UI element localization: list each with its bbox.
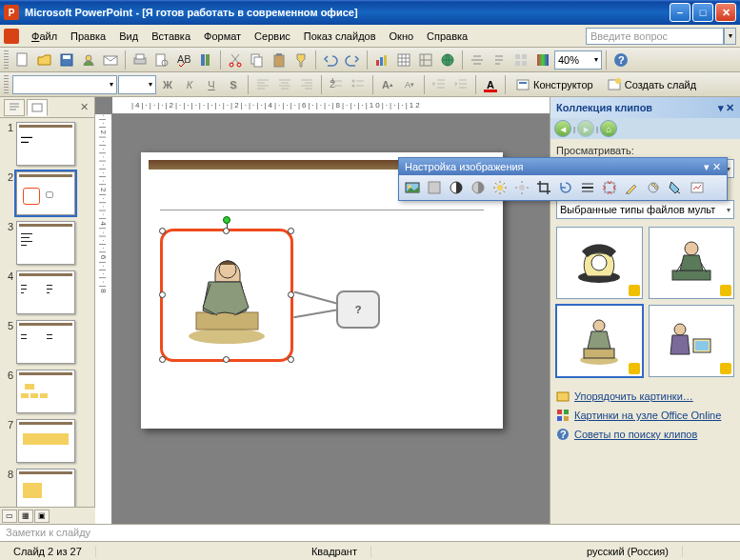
menu-view[interactable]: Вид: [112, 28, 145, 45]
save-button[interactable]: [56, 50, 77, 70]
redo-button[interactable]: [342, 50, 363, 70]
ask-question-input[interactable]: Введите вопрос: [586, 28, 724, 45]
slides-tab[interactable]: [27, 99, 48, 116]
copy-button[interactable]: [247, 50, 268, 70]
decrease-font-button[interactable]: A▾: [399, 74, 420, 95]
font-size-combo[interactable]: ▾: [118, 75, 156, 94]
email-button[interactable]: [100, 50, 121, 70]
open-button[interactable]: [34, 50, 55, 70]
cut-button[interactable]: [225, 50, 246, 70]
spelling-button[interactable]: ABC: [173, 50, 194, 70]
organize-clips-link[interactable]: Упорядочить картинки…: [556, 387, 734, 406]
more-contrast-button[interactable]: [446, 177, 467, 198]
preview-button[interactable]: [151, 50, 172, 70]
permission-button[interactable]: [78, 50, 99, 70]
help-button[interactable]: ?: [610, 50, 631, 70]
hyperlink-button[interactable]: [437, 50, 458, 70]
selected-clipart[interactable]: [160, 229, 293, 362]
bold-button[interactable]: Ж: [157, 74, 178, 95]
chart-button[interactable]: [371, 50, 392, 70]
resize-handle-s[interactable]: [223, 356, 230, 363]
taskpane-close-button[interactable]: ✕: [726, 102, 734, 114]
nav-back-button[interactable]: ◂: [554, 120, 571, 137]
thumbnails-list[interactable]: 1▬▬▬▬▬ 2 3▬▬▬▬▬▬▬▬▬▬▬▬▬ 4▬▬▬▬▬▬▬▬▬▬ 5▬▬▬…: [0, 118, 94, 524]
clip-result-4[interactable]: [649, 305, 735, 377]
thumbnail-6[interactable]: [16, 370, 75, 413]
line-style-button[interactable]: [577, 177, 598, 198]
less-contrast-button[interactable]: [468, 177, 489, 198]
numbering-button[interactable]: 12: [326, 74, 347, 95]
thumbnail-1[interactable]: ▬▬▬▬▬: [16, 122, 75, 166]
nav-forward-button[interactable]: ▸: [577, 120, 594, 137]
toolbar-grip[interactable]: [4, 75, 9, 94]
menu-window[interactable]: Окно: [383, 28, 421, 45]
thumbnail-2[interactable]: [16, 171, 75, 215]
format-painter-button[interactable]: [290, 50, 311, 70]
recolor-button[interactable]: [621, 177, 642, 198]
align-center-button[interactable]: [274, 74, 295, 95]
shadow-button[interactable]: S: [223, 74, 244, 95]
resize-handle-w[interactable]: [159, 291, 166, 298]
clip-result-1[interactable]: [556, 227, 643, 299]
notes-pane[interactable]: Заметки к слайду: [0, 524, 740, 541]
zoom-combo[interactable]: 40%▾: [554, 50, 602, 70]
compress-button[interactable]: [599, 177, 620, 198]
thumbnail-7[interactable]: [16, 419, 75, 463]
menu-help[interactable]: Справка: [420, 28, 474, 45]
office-online-link[interactable]: Картинки на узле Office Online: [556, 406, 734, 425]
show-formatting-button[interactable]: [489, 50, 510, 70]
thumbnail-3[interactable]: ▬▬▬▬▬▬▬▬▬▬▬▬▬: [16, 221, 75, 265]
color-button[interactable]: [424, 177, 445, 198]
underline-button[interactable]: Ч: [201, 74, 222, 95]
menu-format[interactable]: Формат: [197, 28, 248, 45]
new-button[interactable]: [12, 50, 33, 70]
menu-edit[interactable]: Правка: [64, 28, 112, 45]
design-button[interactable]: Конструктор: [510, 74, 600, 95]
reset-picture-button[interactable]: [687, 177, 708, 198]
ask-question-dropdown[interactable]: ▾: [724, 28, 736, 45]
expand-button[interactable]: [467, 50, 488, 70]
clip-result-3[interactable]: [556, 305, 643, 377]
tables-borders-button[interactable]: [415, 50, 436, 70]
less-brightness-button[interactable]: [511, 177, 532, 198]
toolbar-grip[interactable]: [4, 50, 9, 70]
new-slide-button[interactable]: Создать слайд: [601, 74, 703, 95]
picture-toolbar[interactable]: Настройка изображения▾ ✕: [398, 157, 728, 201]
table-button[interactable]: [393, 50, 414, 70]
menu-file[interactable]: Файл: [25, 28, 64, 45]
search-select[interactable]: Выбранные типы файлов мульт▾: [556, 200, 734, 219]
callout-shape[interactable]: ?: [336, 290, 380, 329]
resize-handle-n[interactable]: [223, 228, 230, 234]
pane-close-button[interactable]: ✕: [77, 101, 90, 113]
menu-tools[interactable]: Сервис: [248, 28, 297, 45]
rotation-handle[interactable]: [223, 216, 230, 224]
undo-button[interactable]: [320, 50, 341, 70]
research-button[interactable]: [195, 50, 216, 70]
font-combo[interactable]: ▾: [12, 75, 117, 94]
maximize-button[interactable]: □: [692, 3, 713, 22]
resize-handle-nw[interactable]: [159, 228, 166, 234]
search-tips-link[interactable]: ?Советы по поиску клипов: [556, 425, 734, 444]
align-right-button[interactable]: [296, 74, 317, 95]
insert-picture-button[interactable]: [402, 177, 423, 198]
minimize-button[interactable]: –: [670, 3, 690, 22]
menu-insert[interactable]: Вставка: [145, 28, 197, 45]
grid-button[interactable]: [510, 50, 531, 70]
bullets-button[interactable]: [348, 74, 369, 95]
font-color-button[interactable]: A: [480, 74, 501, 95]
menu-slideshow[interactable]: Показ слайдов: [297, 28, 383, 45]
slideshow-view-button[interactable]: ▣: [34, 510, 50, 523]
increase-font-button[interactable]: A▴: [377, 74, 398, 95]
crop-button[interactable]: [533, 177, 554, 198]
print-button[interactable]: [130, 50, 150, 70]
decrease-indent-button[interactable]: [429, 74, 450, 95]
close-button[interactable]: ✕: [715, 3, 736, 22]
clip-result-2[interactable]: [649, 227, 735, 299]
picture-toolbar-title[interactable]: Настройка изображения▾ ✕: [399, 158, 727, 175]
align-left-button[interactable]: [252, 74, 273, 95]
thumbnail-5[interactable]: ▬▬▬▬▬▬▬▬: [16, 320, 75, 364]
thumbnail-4[interactable]: ▬▬▬▬▬▬▬▬▬▬: [16, 270, 75, 314]
taskpane-menu-button[interactable]: ▾: [718, 102, 724, 114]
resize-handle-ne[interactable]: [288, 228, 294, 234]
italic-button[interactable]: К: [179, 74, 200, 95]
